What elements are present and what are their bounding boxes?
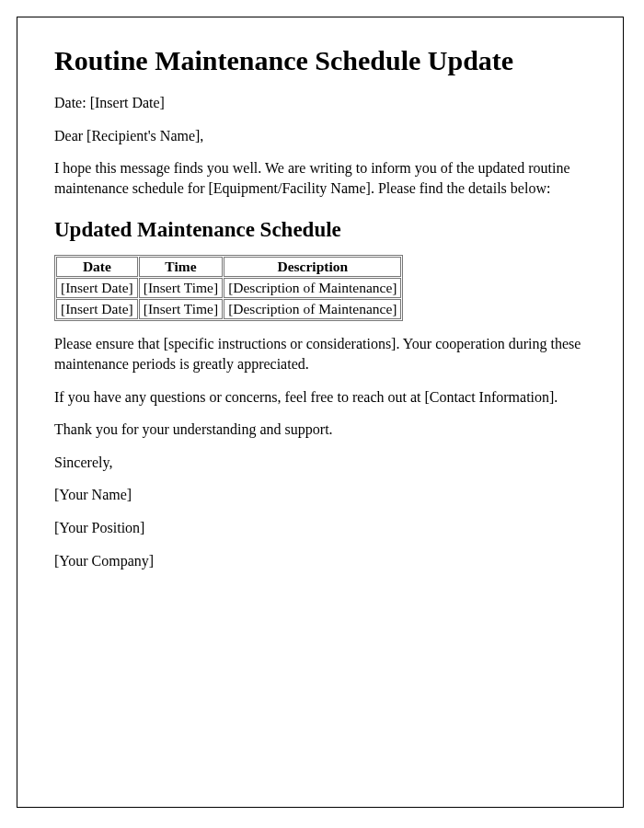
schedule-table: Date Time Description [Insert Date] [Ins… xyxy=(54,255,403,321)
col-header-date: Date xyxy=(56,257,138,277)
thanks-paragraph: Thank you for your understanding and sup… xyxy=(54,420,586,440)
intro-paragraph: I hope this message finds you well. We a… xyxy=(54,158,586,198)
col-header-time: Time xyxy=(139,257,223,277)
table-row: [Insert Date] [Insert Time] [Description… xyxy=(56,299,401,319)
cell-time: [Insert Time] xyxy=(139,278,223,298)
schedule-heading: Updated Maintenance Schedule xyxy=(54,218,586,242)
page-title: Routine Maintenance Schedule Update xyxy=(54,45,586,76)
cell-date: [Insert Date] xyxy=(56,299,138,319)
cell-time: [Insert Time] xyxy=(139,299,223,319)
closing: Sincerely, xyxy=(54,453,586,473)
sender-name: [Your Name] xyxy=(54,485,586,505)
table-row: [Insert Date] [Insert Time] [Description… xyxy=(56,278,401,298)
contact-paragraph: If you have any questions or concerns, f… xyxy=(54,387,586,408)
instructions-paragraph: Please ensure that [specific instruction… xyxy=(54,334,586,374)
cell-date: [Insert Date] xyxy=(56,278,138,298)
col-header-desc: Description xyxy=(224,257,401,277)
greeting: Dear [Recipient's Name], xyxy=(54,126,586,146)
cell-desc: [Description of Maintenance] xyxy=(224,299,401,319)
cell-desc: [Description of Maintenance] xyxy=(224,278,401,298)
table-header-row: Date Time Description xyxy=(56,257,401,277)
date-line: Date: [Insert Date] xyxy=(54,93,586,113)
document-page: Routine Maintenance Schedule Update Date… xyxy=(17,17,624,808)
sender-company: [Your Company] xyxy=(54,551,586,571)
sender-position: [Your Position] xyxy=(54,518,586,538)
